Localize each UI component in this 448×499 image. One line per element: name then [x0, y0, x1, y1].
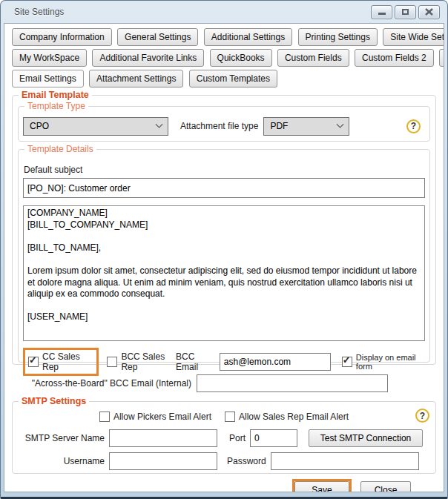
- check-icon: ✓: [343, 355, 351, 366]
- password-input[interactable]: [271, 452, 419, 470]
- tab-row-1: Company Information General Settings Add…: [12, 28, 436, 46]
- port-input[interactable]: [250, 429, 297, 447]
- smtp-credentials-row: Username Password: [17, 452, 431, 470]
- smtp-server-name-input[interactable]: [109, 429, 217, 447]
- cc-sales-rep-checkbox[interactable]: ✓ CC Sales Rep: [28, 351, 91, 372]
- template-type-selected-value: CPO: [30, 121, 157, 131]
- display-on-email-form-checkbox[interactable]: ✓ Display on email form: [342, 353, 425, 371]
- tab-my-workspace[interactable]: My WorkSpace: [12, 49, 87, 67]
- checkbox-box: [225, 412, 235, 422]
- default-subject-input[interactable]: [23, 178, 425, 198]
- window-title: Site Settings: [14, 7, 64, 17]
- close-icon: [425, 8, 433, 16]
- tab-custom-fields-2[interactable]: Custom Fields 2: [355, 49, 434, 67]
- close-button[interactable]: Close: [360, 481, 411, 492]
- tab-attachment-settings[interactable]: Attachment Settings: [89, 70, 183, 87]
- email-template-group-title: Email Template: [19, 90, 92, 100]
- smtp-alerts-row: Allow Pickers Email Alert Allow Sales Re…: [17, 409, 431, 424]
- email-template-group: Email Template Template Type CPO Attachm…: [12, 95, 436, 365]
- tab-additional-settings[interactable]: Additional Settings: [204, 28, 292, 46]
- footer-button-row: Save Close: [12, 479, 436, 492]
- allow-pickers-email-alert-checkbox[interactable]: Allow Pickers Email Alert: [99, 412, 211, 422]
- checkbox-box: [99, 412, 110, 422]
- across-the-board-bcc-email-label: "Across-the-Board" BCC Email (Internal): [12, 378, 191, 389]
- test-smtp-connection-button[interactable]: Test SMTP Connection: [309, 429, 423, 447]
- cc-sales-rep-label: CC Sales Rep: [42, 351, 91, 372]
- username-input[interactable]: [109, 452, 217, 470]
- smtp-settings-group-title: SMTP Settings: [19, 396, 89, 406]
- tab-site-wide-settings[interactable]: Site Wide Settings: [383, 28, 444, 46]
- close-window-button[interactable]: [418, 5, 440, 19]
- tab-custom-fields[interactable]: Custom Fields: [277, 49, 349, 67]
- tab-general-settings[interactable]: General Settings: [117, 28, 198, 46]
- attachment-file-type-selected-value: PDF: [270, 121, 337, 131]
- bcc-sales-rep-label: BCC Sales Rep: [121, 351, 176, 372]
- tab-additional-favorite-links[interactable]: Additional Favorite Links: [92, 49, 204, 67]
- check-icon: ✓: [29, 355, 37, 366]
- template-type-group: Template Type CPO Attachment file type P…: [18, 106, 430, 142]
- tab-company-information[interactable]: Company Information: [12, 28, 112, 46]
- bcc-email-input[interactable]: [220, 353, 331, 371]
- smtp-server-name-label: SMTP Server Name: [17, 433, 105, 443]
- checkbox-box: [107, 357, 117, 367]
- smtp-settings-group: SMTP Settings Allow Pickers Email Alert …: [12, 401, 436, 474]
- tab-custom-templates[interactable]: Custom Templates: [189, 70, 277, 87]
- bcc-sales-rep-checkbox[interactable]: BCC Sales Rep: [107, 351, 176, 372]
- allow-pickers-email-alert-label: Allow Pickers Email Alert: [113, 412, 211, 422]
- attachment-file-type-label: Attachment file type: [180, 121, 258, 131]
- checkbox-box: ✓: [28, 357, 39, 367]
- save-button-annotation: Save: [292, 479, 352, 492]
- site-settings-window: Site Settings Company Information Genera…: [0, 0, 448, 499]
- allow-sales-rep-email-alert-checkbox[interactable]: Allow Sales Rep Email Alert: [225, 412, 349, 422]
- smtp-server-row: SMTP Server Name Port Test SMTP Connecti…: [17, 429, 431, 447]
- minimize-icon: [378, 13, 386, 15]
- help-icon[interactable]: ?: [406, 119, 421, 133]
- email-body-textarea[interactable]: [COMPANY_NAME] [BILL_TO_COMPANY_NAME] [B…: [23, 205, 425, 341]
- across-the-board-row: "Across-the-Board" BCC Email (Internal): [12, 374, 436, 392]
- template-type-dropdown[interactable]: CPO: [23, 117, 168, 136]
- cc-sales-rep-annotation: ✓ CC Sales Rep: [23, 348, 99, 376]
- tab-email-settings[interactable]: Email Settings: [12, 70, 84, 87]
- default-subject-label: Default subject: [24, 165, 425, 175]
- tab-quickbooks[interactable]: QuickBooks: [210, 49, 272, 67]
- title-bar: Site Settings: [4, 1, 444, 23]
- template-options-row: ✓ CC Sales Rep BCC Sales Rep BCC Email ✓…: [23, 348, 425, 376]
- tab-uom-settings[interactable]: UOM Settings: [439, 49, 444, 67]
- template-details-group-title: Template Details: [24, 144, 96, 154]
- port-label: Port: [229, 433, 246, 443]
- help-icon[interactable]: ?: [415, 409, 429, 423]
- restore-icon: [402, 9, 409, 15]
- tab-row-3: Email Settings Attachment Settings Custo…: [12, 70, 436, 87]
- chevron-down-icon: [337, 120, 344, 128]
- template-type-group-title: Template Type: [24, 101, 88, 111]
- display-on-email-form-label: Display on email form: [356, 353, 425, 371]
- restore-button[interactable]: [395, 5, 416, 19]
- username-label: Username: [17, 456, 105, 466]
- attachment-file-type-dropdown[interactable]: PDF: [263, 117, 349, 136]
- checkbox-box: ✓: [342, 357, 352, 367]
- dialog-client-area: Company Information General Settings Add…: [4, 23, 444, 492]
- save-button[interactable]: Save: [294, 481, 349, 492]
- template-details-group: Template Details Default subject [COMPAN…: [18, 149, 430, 363]
- window-controls: [371, 5, 440, 19]
- across-the-board-bcc-email-input[interactable]: [197, 374, 388, 392]
- tab-row-2: My WorkSpace Additional Favorite Links Q…: [12, 49, 436, 67]
- bcc-email-label: BCC Email: [176, 351, 215, 372]
- password-label: Password: [227, 456, 266, 466]
- tab-printing-settings[interactable]: Printing Settings: [298, 28, 378, 46]
- minimize-button[interactable]: [371, 5, 392, 19]
- allow-sales-rep-email-alert-label: Allow Sales Rep Email Alert: [239, 412, 349, 422]
- chevron-down-icon: [156, 120, 163, 128]
